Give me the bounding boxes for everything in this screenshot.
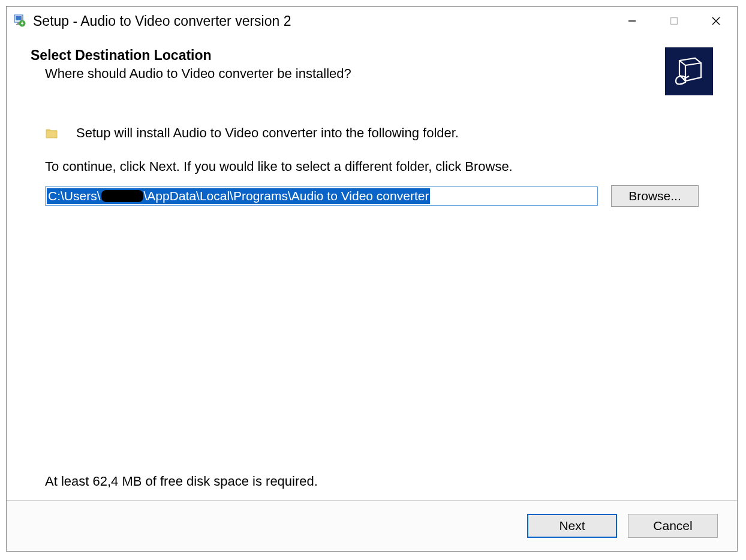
disk-space-requirement: At least 62,4 MB of free disk space is r… bbox=[45, 474, 713, 489]
window-controls bbox=[611, 7, 737, 35]
window-title: Setup - Audio to Video converter version… bbox=[33, 13, 611, 29]
browse-button[interactable]: Browse... bbox=[611, 185, 699, 207]
page-heading: Select Destination Location bbox=[31, 47, 351, 64]
maximize-button bbox=[653, 7, 695, 35]
footer: Next Cancel bbox=[7, 501, 737, 551]
next-button[interactable]: Next bbox=[527, 514, 617, 538]
wizard-icon bbox=[665, 47, 713, 95]
path-suffix: \AppData\Local\Programs\Audio to Video c… bbox=[144, 189, 429, 203]
installer-icon bbox=[13, 14, 27, 28]
setup-window: Setup - Audio to Video converter version… bbox=[6, 6, 738, 552]
minimize-button[interactable] bbox=[611, 7, 653, 35]
svg-rect-1 bbox=[16, 16, 22, 20]
close-button[interactable] bbox=[695, 7, 737, 35]
continue-instruction: To continue, click Next. If you would li… bbox=[45, 159, 699, 174]
svg-rect-6 bbox=[671, 18, 678, 25]
install-description: Setup will install Audio to Video conver… bbox=[76, 125, 459, 141]
page-subheading: Where should Audio to Video converter be… bbox=[45, 66, 351, 82]
destination-path-input[interactable]: C:\Users\\AppData\Local\Programs\Audio t… bbox=[45, 186, 598, 206]
path-prefix: C:\Users\ bbox=[48, 189, 101, 203]
redacted-username bbox=[101, 190, 143, 202]
cancel-button[interactable]: Cancel bbox=[628, 514, 718, 538]
folder-icon bbox=[45, 127, 58, 140]
svg-rect-9 bbox=[670, 52, 708, 91]
content-area: Select Destination Location Where should… bbox=[7, 35, 737, 500]
titlebar: Setup - Audio to Video converter version… bbox=[7, 7, 737, 35]
